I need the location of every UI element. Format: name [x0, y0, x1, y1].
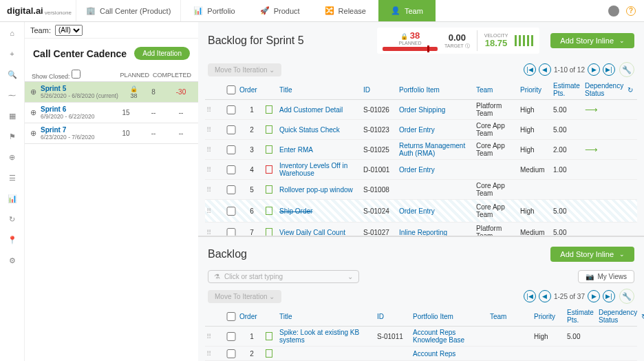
story-title-link[interactable]: Ship Order [279, 207, 362, 215]
expand-icon[interactable]: ⊕ [30, 129, 36, 138]
story-title-link[interactable]: View Daily Call Count [279, 229, 362, 236]
drag-handle-icon[interactable]: ⠿ [206, 350, 223, 358]
row-checkbox[interactable] [224, 185, 238, 194]
tab-team[interactable]: 👤Team [378, 0, 436, 21]
story-title-link[interactable]: Add Customer Detail [279, 106, 362, 114]
story-title-link[interactable]: Enter RMA [279, 146, 362, 154]
flag-icon[interactable]: ⚑ [7, 131, 18, 142]
table-row: ⠿ 2 Account Reps ⌄ [205, 347, 637, 361]
drag-handle-icon[interactable]: ⠿ [206, 186, 223, 194]
drag-handle-icon[interactable]: ⠿ [206, 106, 223, 114]
grid-icon[interactable]: ▦ [7, 110, 18, 121]
row-checkbox[interactable] [224, 207, 238, 216]
select-all-checkbox-2[interactable] [224, 312, 238, 321]
story-title-link[interactable]: Rollover pop-up window [279, 186, 362, 194]
sprint-row[interactable]: ⊕ Sprint 6 6/9/2020 - 6/22/2020 15 -- -- [25, 103, 198, 123]
portfolio-item-link[interactable]: Order Entry [399, 126, 475, 134]
home-icon[interactable]: ⌂ [7, 28, 18, 39]
portfolio-item-link[interactable]: Account Reps [413, 350, 489, 358]
row-checkbox[interactable] [224, 332, 238, 341]
expand-icon[interactable]: ⊕ [30, 108, 36, 117]
backlog-title: Backlog for Sprint 5 [208, 34, 366, 47]
prev-page-button[interactable]: ◀ [539, 63, 551, 76]
prev-page-button[interactable]: ◀ [539, 290, 551, 302]
drag-handle-icon[interactable]: ⠿ [206, 146, 223, 154]
table-row: ⠿ 1 Add Customer Detail S-01026 Order Sh… [205, 100, 637, 120]
list-icon[interactable]: ☰ [7, 172, 18, 183]
next-page-button[interactable]: ▶ [588, 290, 600, 302]
tab-product[interactable]: 🚀Product [248, 0, 312, 21]
filter-input[interactable]: ⚗ Click or start typing ⌄ [208, 270, 359, 283]
add-iteration-button[interactable]: Add Iteration [134, 47, 190, 60]
wrench-icon[interactable]: 🔧 [619, 289, 634, 304]
refresh-icon[interactable]: ↻ [641, 313, 644, 320]
portfolio-item-link[interactable]: Account Reps Knowledge Base [413, 329, 489, 344]
tab-release[interactable]: 🔀Release [312, 0, 378, 21]
story-title-link[interactable]: Spike: Look at existing KB systems [279, 329, 376, 344]
team-select[interactable]: (All) [55, 25, 83, 36]
first-page-button[interactable]: |◀ [524, 63, 536, 76]
avatar[interactable] [608, 6, 619, 17]
drag-handle-icon[interactable]: ⠿ [206, 229, 223, 236]
tab-portfolio[interactable]: 📊Portfolio [181, 0, 247, 21]
brand-logo: digital.aiversionone [0, 0, 76, 21]
story-icon [266, 145, 272, 154]
sprint-row[interactable]: ⊕ Sprint 7 6/23/2020 - 7/6/2020 10 -- -- [25, 123, 198, 144]
my-views-button[interactable]: 📷My Views [578, 270, 634, 283]
icon-sidebar: ⌂ + 🔍 ⁓ ▦ ⚑ ⊕ ☰ 📊 ↻ 📍 ⚙ [0, 22, 25, 361]
drag-handle-icon[interactable]: ⠿ [206, 333, 223, 340]
row-checkbox[interactable] [224, 125, 238, 134]
first-page-button[interactable]: |◀ [524, 290, 536, 302]
backlog2-title: Backlog [208, 248, 368, 260]
portfolio-item-link[interactable]: Order Entry [399, 166, 475, 174]
drag-handle-icon[interactable]: ⠿ [206, 126, 223, 134]
context-selector[interactable]: 🏢 Call Center (Product) [76, 0, 181, 21]
next-page-button[interactable]: ▶ [588, 63, 600, 76]
sprint-row[interactable]: ⊕ Sprint 5 5/26/2020 - 6/8/2020 (current… [25, 82, 198, 103]
portfolio-item-link[interactable]: Returns Management Auth (RMA) [399, 142, 475, 157]
gear-icon[interactable]: ⚙ [7, 255, 18, 266]
drag-handle-icon[interactable]: ⠿ [206, 166, 223, 174]
history-icon[interactable]: ↻ [7, 214, 18, 225]
refresh-icon[interactable]: ↻ [627, 86, 644, 94]
expand-icon[interactable]: ⊕ [30, 87, 36, 96]
row-checkbox[interactable] [224, 105, 238, 114]
table-row: ⠿ 4 Inventory Levels Off in Warehouse D-… [205, 160, 637, 180]
last-page-button[interactable]: ▶| [603, 63, 615, 76]
portfolio-item-link[interactable]: Inline Reporting [399, 229, 475, 236]
filter-icon: ⚗ [214, 273, 220, 280]
add-story-button-2[interactable]: Add Story Inline⌄ [550, 247, 634, 262]
select-all-checkbox[interactable] [224, 85, 238, 94]
show-closed-checkbox[interactable] [72, 70, 80, 79]
dependency-status-icon: ⟶ [585, 145, 626, 155]
chart-icon[interactable]: 📊 [7, 193, 18, 204]
wrench-icon[interactable]: 🔧 [619, 62, 634, 77]
help-icon[interactable]: ? [626, 6, 636, 16]
search-icon[interactable]: 🔍 [7, 69, 18, 80]
row-checkbox[interactable] [224, 349, 238, 358]
drag-handle-icon[interactable]: ⠿ [206, 207, 223, 215]
sprint-list: ⊕ Sprint 5 5/26/2020 - 6/8/2020 (current… [25, 82, 198, 144]
story-icon [266, 125, 272, 134]
portfolio-item-link[interactable]: Order Entry [399, 207, 475, 215]
portfolio-item-link[interactable]: Order Shipping [399, 106, 475, 114]
pin-icon[interactable]: 📍 [7, 234, 18, 245]
row-checkbox[interactable] [224, 228, 238, 236]
story-icon [266, 185, 272, 194]
plus-icon[interactable]: + [7, 48, 18, 59]
story-title-link[interactable]: Inventory Levels Off in Warehouse [279, 162, 362, 177]
pulse-icon[interactable]: ⁓ [7, 90, 18, 101]
team-label: Team: [30, 26, 51, 34]
table-row: ⠿ 7 View Daily Call Count S-01027 Inline… [205, 223, 637, 236]
top-nav: digital.aiversionone 🏢 Call Center (Prod… [0, 0, 644, 22]
row-checkbox[interactable] [224, 145, 238, 154]
story-title-link[interactable]: Quick Status Check [279, 126, 362, 134]
table-row: ⠿ 6 Ship Order S-01024 Order Entry Core … [205, 200, 637, 223]
globe-icon[interactable]: ⊕ [7, 152, 18, 163]
move-to-iteration-button-2[interactable]: Move To Iteration ⌄ [208, 290, 281, 303]
row-checkbox[interactable] [224, 165, 238, 174]
add-story-button[interactable]: Add Story Inline⌄ [550, 33, 634, 48]
pager-2: |◀ ◀ 1-25 of 37 ▶ ▶| [524, 290, 615, 302]
last-page-button[interactable]: ▶| [603, 290, 615, 302]
move-to-iteration-button[interactable]: Move To Iteration ⌄ [208, 63, 281, 76]
